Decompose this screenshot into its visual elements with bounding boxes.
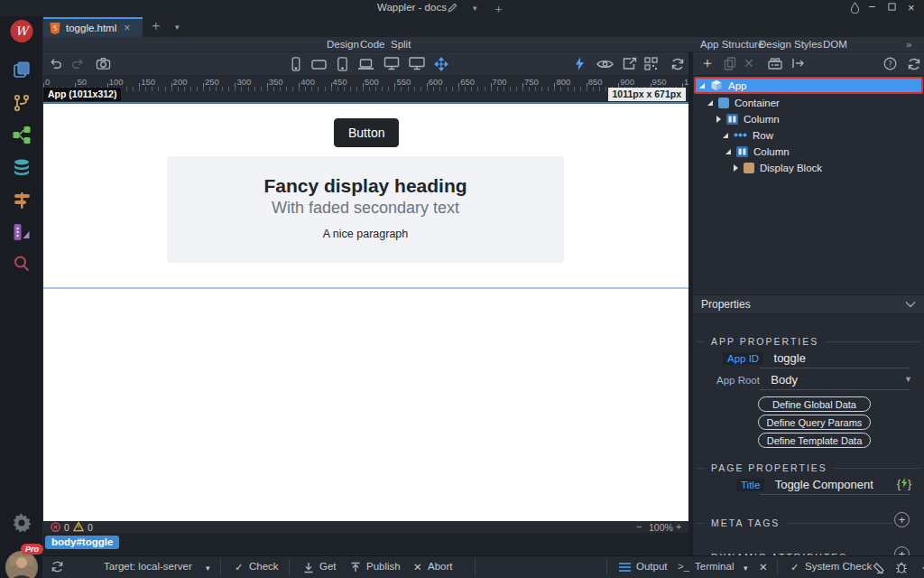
- tab-panel-design[interactable]: Design: [759, 39, 791, 50]
- preview-eye-icon[interactable]: [596, 59, 614, 70]
- tab-toggle-html[interactable]: 5 toggle.html ×: [43, 17, 143, 37]
- device-widescreen-icon[interactable]: [409, 57, 425, 70]
- dynamic-data-picker-icon[interactable]: {}: [897, 478, 911, 490]
- terminal-button[interactable]: Terminal: [695, 561, 734, 572]
- design-styles-icon[interactable]: [11, 222, 32, 243]
- terminal-chevron-icon[interactable]: ▾: [744, 564, 748, 573]
- system-check-button[interactable]: System Check: [805, 561, 872, 572]
- device-phone-portrait-icon[interactable]: [291, 57, 301, 71]
- help-icon[interactable]: ?: [883, 57, 897, 70]
- refresh-tree-icon[interactable]: [907, 57, 921, 71]
- tree-item-app[interactable]: App: [694, 77, 923, 94]
- tab-split[interactable]: Split: [391, 39, 411, 50]
- jumbotron-block[interactable]: Fancy display heading With faded seconda…: [167, 156, 564, 263]
- workflows-icon[interactable]: [11, 125, 32, 145]
- target-chevron-icon[interactable]: ▾: [206, 564, 210, 573]
- target-selector[interactable]: Target: local-server: [104, 561, 192, 572]
- copy-component-icon[interactable]: [724, 57, 736, 70]
- tree-item-column-2[interactable]: Column: [693, 143, 924, 160]
- tab-code[interactable]: Code: [360, 39, 385, 50]
- title-input[interactable]: Toggle Component: [775, 478, 873, 491]
- screenshot-camera-icon[interactable]: [96, 57, 111, 70]
- new-project-icon[interactable]: ＋: [493, 1, 504, 17]
- define-query-params-button[interactable]: Define Query Params: [758, 415, 871, 430]
- sync-target-icon[interactable]: [51, 560, 64, 573]
- define-template-data-button[interactable]: Define Template Data: [758, 433, 871, 448]
- expand-arrow-icon[interactable]: [723, 133, 728, 138]
- add-meta-tag-icon[interactable]: +: [894, 512, 910, 527]
- qr-code-icon[interactable]: [644, 57, 658, 70]
- git-manager-icon[interactable]: [12, 93, 32, 113]
- delete-component-icon[interactable]: ✕: [744, 56, 754, 70]
- define-global-data-button[interactable]: Define Global Data: [758, 396, 871, 412]
- container-icon: [718, 98, 729, 108]
- device-phone-landscape-icon[interactable]: [311, 60, 327, 70]
- expand-arrow-icon[interactable]: [699, 83, 705, 89]
- device-tablet-icon[interactable]: [337, 57, 348, 71]
- more-panels-chevron-icon[interactable]: »: [906, 39, 911, 50]
- minimize-button[interactable]: –: [869, 0, 875, 13]
- properties-header-label: Properties: [701, 298, 751, 311]
- new-tab-icon[interactable]: ＋: [149, 17, 162, 34]
- tree-item-container[interactable]: Container: [693, 94, 924, 111]
- fit-responsive-icon[interactable]: [434, 57, 448, 71]
- device-laptop-icon[interactable]: [357, 59, 374, 70]
- undo-icon[interactable]: [49, 57, 63, 70]
- redo-icon[interactable]: [70, 57, 85, 70]
- tab-design[interactable]: Design: [327, 39, 359, 50]
- zoom-out-icon[interactable]: −: [636, 521, 642, 532]
- tree-item-row[interactable]: Row: [693, 126, 924, 144]
- get-button[interactable]: Get: [319, 561, 337, 572]
- tab-dom[interactable]: DOM: [823, 39, 847, 50]
- tree-item-display-block[interactable]: Display Block: [693, 159, 924, 176]
- close-terminal-icon[interactable]: ✕: [759, 561, 768, 573]
- routes-signpost-icon[interactable]: [12, 191, 32, 210]
- app-root-dropdown-arrow-icon[interactable]: ▼: [904, 375, 912, 384]
- expand-arrow-icon[interactable]: [707, 100, 713, 106]
- app-boundary-line: [43, 287, 688, 289]
- add-component-icon[interactable]: ＋: [700, 54, 715, 73]
- search-icon[interactable]: [12, 254, 32, 274]
- tree-item-label: Row: [753, 130, 773, 141]
- collapse-arrow-icon[interactable]: [716, 116, 721, 123]
- eraser-icon[interactable]: [872, 562, 885, 573]
- component-manager-icon[interactable]: [767, 57, 783, 70]
- page-button[interactable]: Button: [334, 118, 399, 147]
- open-in-browser-icon[interactable]: [622, 57, 637, 70]
- rename-pencil-icon[interactable]: [447, 2, 458, 14]
- settings-gear-icon[interactable]: [10, 511, 32, 534]
- svg-text:?: ?: [888, 61, 892, 69]
- tab-app-structure[interactable]: App Structure: [700, 39, 763, 50]
- ruler-tick-label: 750: [524, 77, 539, 87]
- app-root-select[interactable]: Body: [771, 373, 798, 387]
- separator: [220, 559, 221, 575]
- close-tab-icon[interactable]: ×: [124, 22, 130, 34]
- refresh-design-icon[interactable]: [670, 57, 685, 71]
- app-id-input[interactable]: toggle: [774, 351, 806, 365]
- design-canvas[interactable]: Button Fancy display heading With faded …: [43, 102, 688, 521]
- output-button[interactable]: Output: [636, 561, 668, 572]
- zoom-in-icon[interactable]: +: [676, 521, 681, 532]
- dynamic-events-lightning-icon[interactable]: [575, 57, 585, 70]
- maximize-button[interactable]: [888, 3, 896, 11]
- abort-button[interactable]: Abort: [428, 561, 453, 572]
- close-window-button[interactable]: ×: [908, 1, 915, 14]
- collapse-arrow-icon[interactable]: [734, 164, 738, 172]
- check-button[interactable]: Check: [249, 561, 279, 572]
- file-manager-icon[interactable]: [12, 60, 32, 79]
- database-manager-icon[interactable]: [12, 158, 32, 180]
- device-desktop-icon[interactable]: [383, 57, 400, 70]
- tab-styles[interactable]: Styles: [794, 39, 822, 50]
- tab-list-chevron-icon[interactable]: ▾: [175, 23, 180, 32]
- theme-droplet-icon[interactable]: [850, 2, 860, 14]
- breadcrumb[interactable]: body#toggle: [45, 536, 119, 549]
- properties-header[interactable]: Properties: [693, 294, 924, 314]
- debug-bug-icon[interactable]: [895, 561, 908, 574]
- expand-arrow-icon[interactable]: [725, 149, 731, 154]
- project-chevron-down-icon[interactable]: ▾: [473, 4, 477, 13]
- tree-item-label: Display Block: [760, 163, 822, 173]
- tree-item-column-1[interactable]: Column: [693, 110, 924, 127]
- indent-icon[interactable]: [791, 57, 806, 70]
- collapse-properties-chevron-icon[interactable]: [905, 301, 916, 308]
- publish-button[interactable]: Publish: [366, 561, 401, 572]
